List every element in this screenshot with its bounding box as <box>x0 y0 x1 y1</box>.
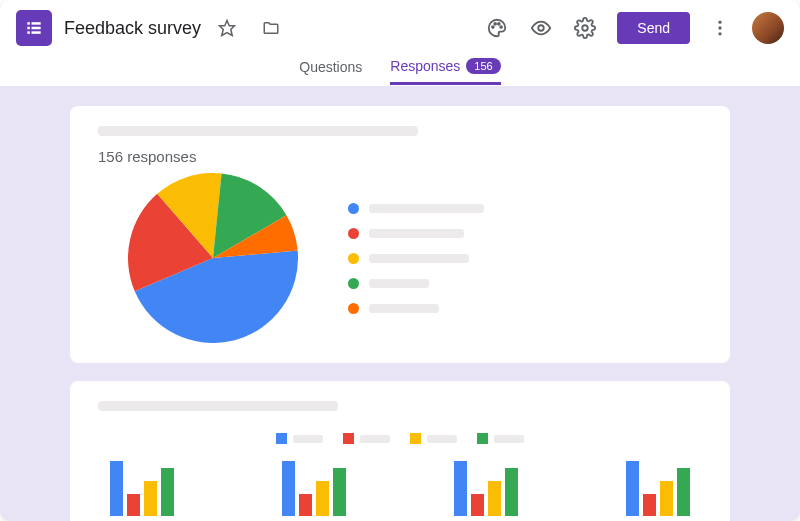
preview-eye-icon[interactable] <box>529 16 553 40</box>
placeholder-title <box>98 126 418 136</box>
bar <box>505 468 518 516</box>
svg-rect-0 <box>27 22 30 25</box>
legend-dot-icon <box>348 203 359 214</box>
account-avatar[interactable] <box>752 12 784 44</box>
svg-rect-1 <box>32 22 41 25</box>
bar <box>626 461 639 516</box>
bar-legend-swatch-icon <box>410 433 421 444</box>
more-vert-icon[interactable] <box>708 16 732 40</box>
bar <box>677 468 690 516</box>
send-button[interactable]: Send <box>617 12 690 44</box>
bar <box>127 494 140 516</box>
pie-chart <box>128 173 298 343</box>
bar-legend-item <box>343 433 390 444</box>
bar <box>454 461 467 516</box>
legend-dot-icon <box>348 228 359 239</box>
legend-dot-icon <box>348 303 359 314</box>
svg-rect-3 <box>32 27 41 30</box>
legend-text-placeholder <box>369 204 484 213</box>
svg-rect-4 <box>27 31 30 34</box>
bar <box>643 494 656 516</box>
responses-count-text: 156 responses <box>98 148 702 165</box>
legend-dot-icon <box>348 278 359 289</box>
bar <box>144 481 157 516</box>
bar-legend-item <box>276 433 323 444</box>
content-area: 156 responses <box>0 86 800 521</box>
bar-legend-swatch-icon <box>477 433 488 444</box>
bar <box>471 494 484 516</box>
document-title[interactable]: Feedback survey <box>64 18 201 39</box>
svg-point-9 <box>498 23 500 25</box>
legend-item <box>348 228 484 239</box>
palette-icon[interactable] <box>485 16 509 40</box>
legend-dot-icon <box>348 253 359 264</box>
bar-chart-card <box>70 381 730 521</box>
forms-doc-icon[interactable] <box>16 10 52 46</box>
bar-legend-text-placeholder <box>360 435 390 443</box>
settings-gear-icon[interactable] <box>573 16 597 40</box>
tab-questions[interactable]: Questions <box>299 59 362 83</box>
bar-group <box>110 461 174 516</box>
legend-text-placeholder <box>369 254 469 263</box>
bar <box>299 494 312 516</box>
tabs: Questions Responses 156 <box>0 56 800 86</box>
svg-point-12 <box>583 25 589 31</box>
svg-marker-6 <box>220 21 235 36</box>
star-icon[interactable] <box>215 16 239 40</box>
legend-item <box>348 253 484 264</box>
bar <box>316 481 329 516</box>
legend-text-placeholder <box>369 229 464 238</box>
legend-text-placeholder <box>369 304 439 313</box>
legend-item <box>348 278 484 289</box>
bar <box>333 468 346 516</box>
move-folder-icon[interactable] <box>259 16 283 40</box>
header-top-row: Feedback survey Send <box>0 0 800 56</box>
responses-summary-card: 156 responses <box>70 106 730 363</box>
legend-item <box>348 303 484 314</box>
pie-chart-row <box>98 173 702 343</box>
svg-point-8 <box>495 23 497 25</box>
svg-point-11 <box>539 25 545 31</box>
tab-questions-label: Questions <box>299 59 362 75</box>
pie-legend <box>348 203 484 314</box>
legend-item <box>348 203 484 214</box>
bar-groups <box>98 458 702 516</box>
bar <box>488 481 501 516</box>
bar-legend-item <box>477 433 524 444</box>
bar-group <box>626 461 690 516</box>
placeholder-title-2 <box>98 401 338 411</box>
svg-rect-5 <box>32 31 41 34</box>
bar-legend-swatch-icon <box>276 433 287 444</box>
svg-rect-2 <box>27 27 30 30</box>
bar-legend-swatch-icon <box>343 433 354 444</box>
bar-legend-text-placeholder <box>293 435 323 443</box>
bar-legend-text-placeholder <box>427 435 457 443</box>
responses-count-badge: 156 <box>466 58 500 74</box>
tab-responses-label: Responses <box>390 58 460 74</box>
svg-point-14 <box>718 26 721 29</box>
bar-group <box>282 461 346 516</box>
bar-group <box>454 461 518 516</box>
bar <box>660 481 673 516</box>
svg-point-10 <box>501 26 503 28</box>
bar-legend-item <box>410 433 457 444</box>
svg-point-13 <box>718 21 721 24</box>
bar <box>282 461 295 516</box>
legend-text-placeholder <box>369 279 429 288</box>
svg-point-15 <box>718 32 721 35</box>
tab-responses[interactable]: Responses 156 <box>390 58 500 85</box>
bar-legend-text-placeholder <box>494 435 524 443</box>
svg-point-7 <box>492 26 494 28</box>
bar <box>110 461 123 516</box>
bar <box>161 468 174 516</box>
header: Feedback survey Send Quest <box>0 0 800 86</box>
bar-legend <box>98 433 702 444</box>
